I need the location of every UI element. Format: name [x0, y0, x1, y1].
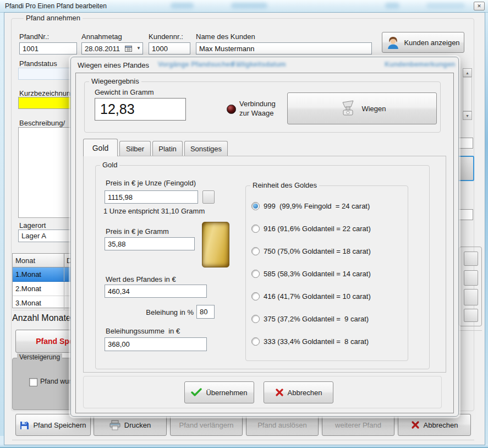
tab-silber[interactable]: Silber [119, 141, 151, 156]
wert-label: Wert des Pfandes in € [106, 275, 176, 283]
unze-input[interactable] [105, 190, 198, 204]
focused-button[interactable] [457, 156, 474, 181]
abbrechen-dialog-button[interactable]: Abbrechen [264, 381, 333, 403]
close-button[interactable]: ✕ [474, 2, 485, 10]
divider [459, 330, 482, 331]
hidden-mini-button[interactable] [464, 252, 478, 266]
radio-label: 375 (37,2% Goldanteil = 9 carat) [264, 315, 369, 323]
titlebar[interactable]: Pfandi Pro Einen Pfand bearbeiten ✕ [0, 0, 488, 13]
titlebar-ghost [426, 3, 465, 9]
pfand-speichern-button[interactable]: Pfand Speichern [15, 414, 91, 436]
hidden-button-group [459, 247, 482, 326]
radio-416[interactable]: 416 (41,7% Goldanteil = 10 carat) [251, 291, 371, 301]
ghost-tab-label: Fälligkeitsdatum [232, 61, 286, 68]
unze-label: Preis in € je Unze (Feingold) [106, 179, 196, 187]
ghost-tab-label: Vorgänge Pfandsuchen [158, 61, 234, 68]
window-left-border [0, 0, 4, 436]
radio-icon [251, 270, 260, 278]
unze-edit-button[interactable] [202, 190, 215, 204]
drucken-button[interactable]: Drucken [94, 414, 167, 436]
reinheit-group-label: Reinheit des Goldes [250, 181, 319, 189]
hidden-mini-button[interactable] [464, 309, 478, 322]
col-monat[interactable]: Monat [13, 256, 64, 265]
radio-999[interactable]: 999 (99,9% Feingold = 24 carat) [251, 201, 370, 211]
anzahl-monate-label: Anzahl Monate [12, 313, 71, 323]
radio-750[interactable]: 750 (75,0% Goldanteil = 18 carat) [251, 246, 371, 256]
kunden-anzeigen-button[interactable]: Kunden anzeigen [382, 32, 464, 53]
window-title: Pfandi Pro Einen Pfand bearbeiten [5, 2, 107, 10]
pfand-verlaengern-button[interactable]: Pfand verlängern [170, 414, 243, 436]
verbindung-label: Verbindung zur Waage [239, 99, 276, 118]
radio-916[interactable]: 916 (91,6% Goldanteil = 22 carat) [251, 223, 371, 233]
beleihung-label: Beleihung in % [140, 308, 194, 316]
radio-label: 416 (41,7% Goldanteil = 10 carat) [264, 292, 371, 301]
wiegen-dialog: Wiegen eines Pfandes Vorgänge Pfandsuche… [70, 57, 459, 417]
button-label: Pfand Speichern [33, 421, 86, 429]
pfand-ausloesen-button[interactable]: Pfand auslösen [246, 414, 319, 436]
lagerort-label: Lagerort [19, 221, 46, 230]
annahmetag-picker[interactable]: 28.08.2011 ▼ [81, 42, 143, 54]
radio-375[interactable]: 375 (37,2% Goldanteil = 9 carat) [251, 314, 369, 324]
red-x-icon [411, 420, 420, 429]
hidden-field[interactable] [458, 209, 473, 220]
radio-icon [251, 292, 260, 301]
kurzbezeichnung-label: Kurzbezeichnung [19, 89, 74, 97]
scrollbar-down-button[interactable]: ▼ [463, 111, 472, 120]
hidden-mini-button[interactable] [464, 289, 478, 305]
printer-icon [109, 420, 120, 430]
pfandnr-input[interactable] [19, 42, 77, 54]
dialog-title: Wiegen eines Pfandes [78, 61, 149, 69]
radio-label: 333 (33,4% Goldanteil = 8 carat) [264, 337, 369, 346]
summe-input[interactable] [105, 337, 207, 351]
calendar-icon[interactable] [125, 45, 133, 54]
tab-label: Platin [158, 145, 177, 153]
radio-label: 999 (99,9% Feingold = 24 carat) [264, 202, 370, 210]
radio-label: 585 (58,3% Goldanteil = 14 carat) [264, 270, 371, 278]
gramm-label: Preis in € je Gramm [106, 227, 169, 236]
wert-input[interactable] [105, 285, 207, 298]
uebernehmen-label: Übernehmen [206, 389, 247, 397]
beleihung-input[interactable] [196, 305, 215, 319]
tab-gold[interactable]: Gold [83, 139, 118, 156]
app-window: Pfandi Pro Einen Pfand bearbeiten ✕ Pfan… [0, 0, 488, 448]
annahmetag-label: Annahmetag [81, 32, 122, 41]
abbrechen-label: Abbrechen [288, 389, 322, 397]
floppy-icon [20, 420, 29, 430]
abbrechen-main-button[interactable]: Abbrechen [398, 414, 471, 436]
uebernehmen-button[interactable]: Übernehmen [184, 381, 254, 403]
reinheit-group: Reinheit des Goldes 999 (99,9% Feingold … [245, 185, 408, 361]
chevron-down-icon[interactable]: ▼ [136, 46, 141, 51]
wiegeergebnis-group: Wiegeergebnis Gewicht in Gramm Verbindun… [84, 81, 441, 133]
summe-label: Beleihungssumme in € [106, 327, 180, 335]
waage-led-icon [227, 105, 236, 114]
person-icon [386, 36, 400, 50]
wiegen-button[interactable]: Wiegen [287, 92, 437, 124]
kundennr-input[interactable] [149, 42, 190, 54]
radio-333[interactable]: 333 (33,4% Goldanteil = 8 carat) [251, 336, 369, 346]
wiegen-label: Wiegen [361, 105, 386, 113]
scale-icon [338, 99, 358, 118]
tab-sonstiges[interactable]: Sonstiges [184, 141, 228, 156]
gewicht-label: Gewicht in Gramm [95, 88, 154, 96]
check-icon [191, 388, 202, 397]
kundenname-input[interactable] [196, 42, 372, 54]
tab-label: Gold [92, 144, 109, 152]
beschreibung-label: Beschreibung/ [19, 119, 65, 127]
row-label: 1.Monat [13, 270, 64, 278]
pfand-annehmen-label: Pfand annehmen [24, 14, 83, 22]
radio-icon [251, 202, 260, 210]
gewicht-input[interactable] [95, 98, 186, 121]
hidden-mini-button[interactable] [464, 270, 478, 286]
weiterer-pfand-button[interactable]: weiterer Pfand [322, 414, 394, 436]
lagerort-value: Lager A [21, 232, 46, 240]
tab-platin[interactable]: Platin [152, 141, 183, 156]
scrollbar-track[interactable] [463, 77, 472, 111]
gramm-input[interactable] [105, 237, 195, 250]
button-label: Pfand verlängern [179, 421, 233, 429]
pfandstatus-label: Pfandstatus [19, 59, 57, 68]
radio-585[interactable]: 585 (58,3% Goldanteil = 14 carat) [251, 269, 371, 278]
pfandnr-label: PfandNr.: [19, 32, 49, 41]
versteigert-checkbox[interactable] [29, 378, 37, 386]
hidden-field[interactable] [458, 138, 473, 149]
scrollbar-up-button[interactable]: ▲ [463, 68, 472, 77]
